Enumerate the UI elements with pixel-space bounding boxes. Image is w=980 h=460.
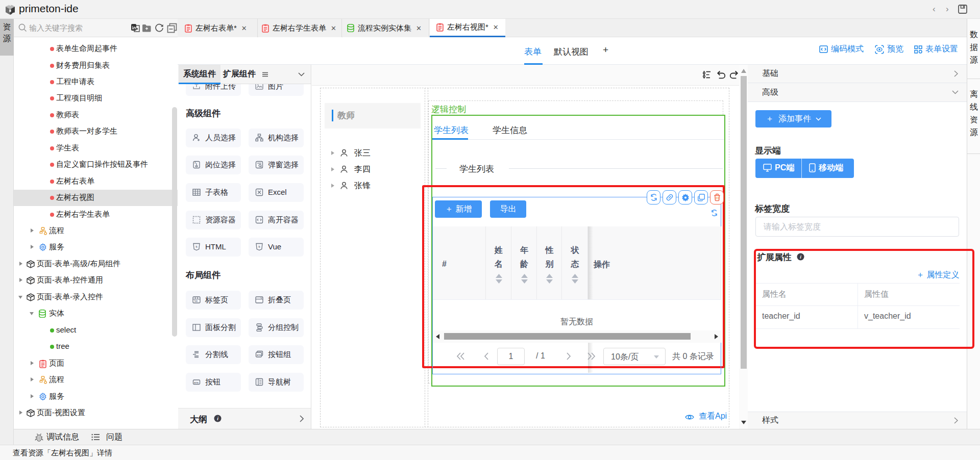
svg-text:i: i (217, 416, 218, 421)
